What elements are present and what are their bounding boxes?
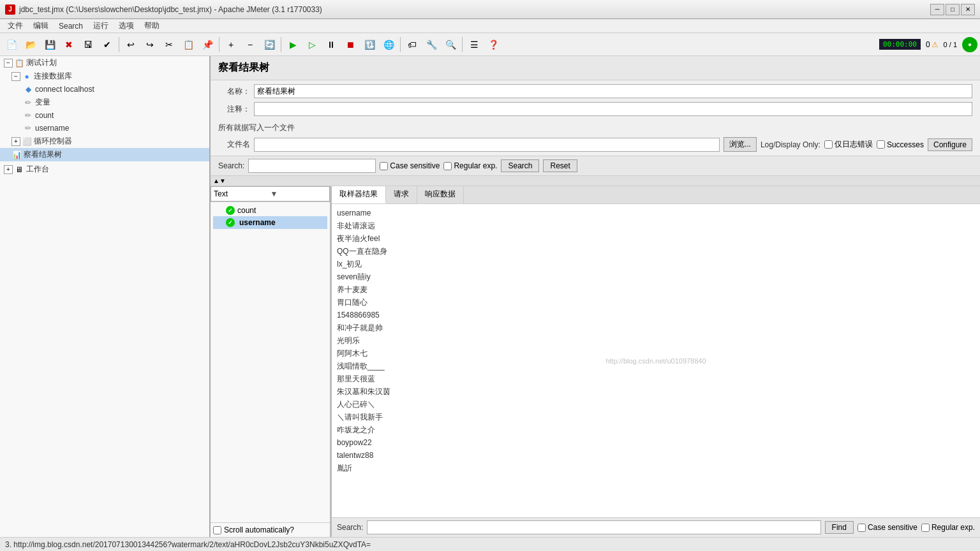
menu-file[interactable]: 文件 [3, 19, 28, 33]
search-button[interactable]: Search [501, 159, 539, 172]
file-section-title: 所有就据写入一个文件 [218, 122, 972, 133]
status-green-btn[interactable]: ● [962, 37, 977, 52]
list-btn[interactable]: ☰ [465, 36, 483, 54]
close-project-btn[interactable]: ✖ [60, 36, 78, 54]
clear-btn[interactable]: 🔃 [360, 36, 378, 54]
tree-item-view-results[interactable]: 📊 察看结果树 [0, 148, 209, 161]
minimize-button[interactable]: ─ [930, 4, 944, 15]
tab-request[interactable]: 请求 [386, 186, 417, 203]
successes-checkbox[interactable] [877, 140, 885, 149]
tree-item-connect-localhost[interactable]: ◆ connect localhost [0, 83, 209, 96]
menu-search[interactable]: Search [54, 20, 88, 32]
remove-btn[interactable]: − [241, 36, 259, 54]
new-btn[interactable]: 📄 [3, 36, 20, 54]
pause-btn[interactable]: ⏸ [322, 36, 340, 54]
bottom-regex-label[interactable]: Regular exp. [921, 523, 975, 532]
result-line-15: 人心已碎＼ [337, 398, 975, 411]
result-node-username[interactable]: ✓ username [213, 216, 327, 229]
close-button[interactable]: ✕ [961, 4, 975, 15]
file-input[interactable] [254, 138, 720, 152]
start-btn[interactable]: ▶ [284, 36, 302, 54]
menu-options[interactable]: 选项 [114, 19, 139, 33]
successes-checkbox-label[interactable]: Successes [877, 140, 924, 149]
paste-btn[interactable]: 📌 [198, 36, 216, 54]
tab-sampler-results[interactable]: 取样器结果 [332, 186, 386, 203]
tree-item-workbench[interactable]: + 🖥 工作台 [0, 163, 209, 176]
help-btn[interactable]: ❓ [484, 36, 502, 54]
open-btn[interactable]: 📂 [22, 36, 40, 54]
result-line-3: QQ一直在隐身 [337, 245, 975, 258]
tree-item-db-connect[interactable]: − ● 连接数据库 [0, 70, 209, 83]
bottom-regex-checkbox[interactable] [921, 524, 930, 532]
template-btn[interactable]: 🏷 [403, 36, 421, 54]
configure-button[interactable]: Configure [928, 138, 972, 151]
tree-item-test-plan[interactable]: − 📋 测试计划 [0, 56, 209, 70]
result-line-1: 非处请滚远 [337, 219, 975, 232]
tree-item-username[interactable]: ✏ username [0, 122, 209, 135]
copy-btn[interactable]: 📋 [179, 36, 197, 54]
result-line-5: seven囍iy [337, 270, 975, 283]
result-line-7: 胃口随心 [337, 296, 975, 309]
sep3 [281, 37, 281, 52]
expand-loop[interactable]: + [11, 137, 20, 146]
search-toolbar-btn[interactable]: 🔍 [442, 36, 459, 54]
case-sensitive-checkbox[interactable] [380, 162, 388, 170]
menu-run[interactable]: 运行 [88, 19, 114, 33]
comment-label: 注释： [218, 104, 250, 115]
name-input[interactable] [254, 84, 972, 98]
result-bottom-search: Search: Find Case sensitive Regular exp. [332, 517, 980, 537]
tree-item-count[interactable]: ✏ count [0, 109, 209, 122]
case-sensitive-label[interactable]: Case sensitive [380, 161, 440, 170]
expand-test-plan[interactable]: − [4, 59, 13, 68]
bottom-case-checkbox[interactable] [858, 524, 866, 532]
redo-btn[interactable]: ↪ [141, 36, 159, 54]
stop-btn[interactable]: ⏹ [341, 36, 359, 54]
log-display-row: Log/Display Only: 仅日志错误 Successes Config… [761, 138, 972, 151]
text-dropdown[interactable]: Text ▼ [211, 186, 330, 202]
browse-button[interactable]: 浏览... [724, 137, 757, 152]
search-input[interactable] [248, 159, 376, 173]
save-all-btn[interactable]: 💾 [41, 36, 59, 54]
save-btn[interactable]: 🖫 [79, 36, 97, 54]
menu-edit[interactable]: 编辑 [28, 19, 54, 33]
function-btn[interactable]: 🔧 [422, 36, 440, 54]
toggle-btn[interactable]: 🔄 [260, 36, 278, 54]
regular-exp-label[interactable]: Regular exp. [443, 161, 497, 170]
remote-start-btn[interactable]: 🌐 [380, 36, 397, 54]
start-no-pause-btn[interactable]: ▷ [303, 36, 321, 54]
regular-exp-checkbox[interactable] [443, 162, 452, 170]
maximize-button[interactable]: □ [946, 4, 960, 15]
result-node-count[interactable]: ✓ count [213, 205, 327, 216]
file-row: 文件名 浏览... Log/Display Only: 仅日志错误 Succes… [218, 137, 972, 152]
log-errors-checkbox[interactable] [824, 140, 833, 149]
find-button[interactable]: Find [825, 521, 854, 534]
bottom-case-label[interactable]: Case sensitive [858, 523, 917, 532]
check-btn[interactable]: ✔ [98, 36, 116, 54]
comment-input[interactable] [254, 102, 972, 116]
add-btn[interactable]: + [222, 36, 240, 54]
case-sensitive-text: Case sensitive [390, 161, 440, 170]
result-line-2: 夜半油火feel [337, 232, 975, 245]
result-line-18: boypow22 [337, 436, 975, 449]
result-node-tree: ✓ count ✓ username [211, 202, 330, 522]
result-line-20: 胤訢 [337, 462, 975, 474]
tree-item-loop-ctrl[interactable]: + ⬜ 循环控制器 [0, 135, 209, 148]
undo-btn[interactable]: ↩ [122, 36, 140, 54]
workbench-label: 工作台 [26, 164, 49, 175]
log-errors-checkbox-label[interactable]: 仅日志错误 [824, 139, 873, 150]
connect-icon: ◆ [23, 84, 33, 94]
menu-help[interactable]: 帮助 [139, 19, 165, 33]
expand-db[interactable]: − [11, 72, 20, 81]
cut-btn[interactable]: ✂ [160, 36, 178, 54]
title-text: jdbc_test.jmx (C:\Users\slowchen\Desktop… [19, 5, 322, 14]
reset-button[interactable]: Reset [543, 159, 577, 172]
tab-response-data[interactable]: 响应数据 [417, 186, 464, 203]
toolbar-right: 00:00:00 0 ⚠ 0 / 1 ● [879, 37, 977, 52]
expand-wb[interactable]: + [4, 165, 13, 174]
bottom-search-input[interactable] [367, 520, 820, 534]
menu-bar: 文件 编辑 Search 运行 选项 帮助 [0, 19, 980, 33]
scroll-auto-checkbox[interactable] [213, 526, 221, 534]
sep1 [119, 37, 119, 52]
tree-item-variables[interactable]: ✏ 变量 [0, 96, 209, 109]
toolbar: 📄 📂 💾 ✖ 🖫 ✔ ↩ ↪ ✂ 📋 📌 + − 🔄 ▶ ▷ ⏸ ⏹ 🔃 🌐 … [0, 33, 980, 56]
